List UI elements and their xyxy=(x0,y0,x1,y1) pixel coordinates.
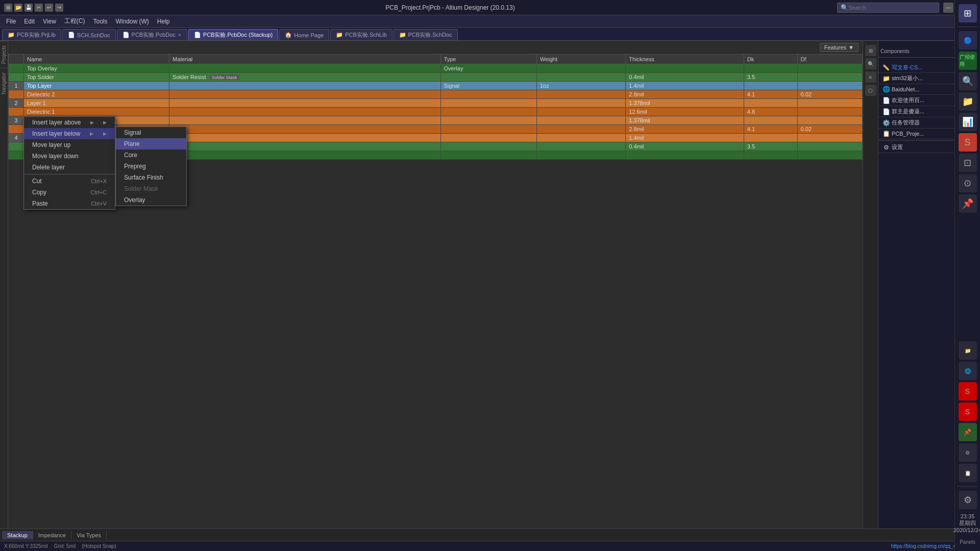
btab-via-types[interactable]: Via Types xyxy=(71,531,107,539)
tabbar: 📁 PCB实验.PrjLib 📄 SCH.SchDoc 📄 PCB实验.PcbD… xyxy=(0,28,980,41)
submenu-core[interactable]: Core xyxy=(116,149,186,161)
taskbar-via-btn[interactable]: ⊙ xyxy=(959,174,977,192)
ctx-move-up[interactable]: Move layer up xyxy=(24,139,115,151)
menu-tools[interactable]: Tools xyxy=(89,17,112,26)
settings-icon: ⚙ xyxy=(883,144,890,151)
col-weight: Weight xyxy=(537,55,626,64)
taskbar-red-btn[interactable]: S xyxy=(959,133,977,152)
minimize-button[interactable]: — xyxy=(943,3,953,13)
context-menu: Insert layer above ▶ Insert layer below … xyxy=(23,116,115,210)
rsb-components[interactable]: ⊞ xyxy=(865,45,876,56)
toolbar-icon-4[interactable]: ↩ xyxy=(45,4,53,12)
row-type xyxy=(440,73,536,82)
ctx-insert-below[interactable]: Insert layer below ▶ xyxy=(24,128,115,139)
statusbar-grid: Grid: 5mil xyxy=(54,543,76,549)
taskbar-s1[interactable]: S xyxy=(959,382,977,400)
table-row[interactable]: 2 Layer 1 1.378mil xyxy=(9,99,863,108)
row-weight xyxy=(537,73,626,82)
menubar: File Edit View 工程(C) Tools Window (W) He… xyxy=(0,15,980,28)
submenu-overlay[interactable]: Overlay xyxy=(116,194,186,206)
table-row[interactable]: 1 Top Layer Signal 1oz 1.4mil xyxy=(9,82,863,90)
upgrade-label: 广招使用 xyxy=(960,54,976,68)
table-row[interactable]: Dielectric 1 12.6mil 4.8 xyxy=(9,108,863,116)
menu-window[interactable]: Window (W) xyxy=(112,17,153,26)
taskbar-time-value: 23:35 xyxy=(953,513,980,519)
vtab-navigator[interactable]: Navigator xyxy=(0,68,8,98)
statusbar-left: X:660mil Y:3325mil Grid: 5mil (Hotspot S… xyxy=(4,543,116,549)
row-num xyxy=(9,142,24,151)
taskbar-layers-btn[interactable]: 📊 xyxy=(959,113,977,131)
taskbar-upgrade-btn[interactable]: 广招使用 xyxy=(959,52,977,70)
rsb-3d[interactable]: ⬡ xyxy=(865,85,876,96)
taskbar-start[interactable]: ⊞ xyxy=(959,4,977,22)
ctx-insert-above[interactable]: Insert layer above ▶ xyxy=(24,117,115,128)
features-button[interactable]: Features ▼ xyxy=(820,43,859,52)
tab-label-prjlib: PCB实验.PrjLib xyxy=(17,31,56,39)
row-dk xyxy=(744,99,797,108)
tab-close-pcbdoc[interactable]: ✕ xyxy=(178,33,182,38)
table-row[interactable]: 3 Layer 2 1.378mil xyxy=(9,116,863,125)
taskbar-settings[interactable]: ⚙ xyxy=(959,491,977,509)
btab-stackup[interactable]: Stackup xyxy=(2,531,33,539)
submenu-surface-finish[interactable]: Surface Finish xyxy=(116,172,186,183)
ctx-delete-label: Delete layer xyxy=(32,164,65,171)
taskbar-search-btn[interactable]: 🔍 xyxy=(959,72,977,90)
toolbar-icon-5[interactable]: ↪ xyxy=(55,4,63,12)
taskbar-baidu[interactable]: 🌐 xyxy=(959,362,977,380)
tab-schdoc[interactable]: 📄 SCH.SchDoc xyxy=(62,29,116,40)
row-num xyxy=(9,108,24,116)
submenu-solder-mask-label: Solder Mask xyxy=(124,185,158,192)
btab-impedance[interactable]: Impedance xyxy=(33,531,71,539)
taskbar-stm32[interactable]: 📁 xyxy=(959,341,977,360)
ctx-copy[interactable]: Copy Ctrl+C xyxy=(24,187,115,198)
taskbar-btn-1[interactable]: 🔵 xyxy=(959,31,977,49)
submenu-plane[interactable]: Plane xyxy=(116,138,186,149)
row-num: 3 xyxy=(9,116,24,125)
tab-homepage[interactable]: 🏠 Home Page xyxy=(279,29,329,40)
write-label: 写文章·CS... xyxy=(892,64,923,71)
btab-impedance-label: Impedance xyxy=(38,532,66,538)
taskbar-taskmanager[interactable]: ⚙ xyxy=(959,443,977,462)
tab-schdoc2[interactable]: 📁 PCB实验.SchDoc xyxy=(394,29,458,40)
submenu-signal[interactable]: Signal xyxy=(116,127,186,138)
menu-edit[interactable]: Edit xyxy=(20,17,39,26)
rsb-layers[interactable]: ≡ xyxy=(865,71,876,83)
menu-view[interactable]: View xyxy=(39,17,60,26)
toolbar-icon-2[interactable]: 💾 xyxy=(24,4,33,12)
taskbar-pin-btn[interactable]: 📌 xyxy=(959,194,977,213)
table-row[interactable]: Top Overlay Overlay xyxy=(9,64,863,73)
ctx-delete[interactable]: Delete layer xyxy=(24,162,115,173)
search-bar[interactable]: 🔍 xyxy=(837,3,939,13)
taskbar-s2[interactable]: S xyxy=(959,403,977,421)
taskbar-files-btn[interactable]: 📁 xyxy=(959,92,977,111)
row-dk xyxy=(744,134,797,142)
taskbar-day: 星期四 xyxy=(953,519,980,527)
tab-prjlib[interactable]: 📁 PCB实验.PrjLib xyxy=(2,29,61,40)
row-thickness: 1.378mil xyxy=(626,116,744,125)
toolbar-icon-3[interactable]: ✂ xyxy=(35,4,43,12)
ctx-cut[interactable]: Cut Ctrl+X xyxy=(24,176,115,187)
taskbar-components-btn[interactable]: ⊡ xyxy=(959,154,977,172)
menu-help[interactable]: Help xyxy=(153,17,174,26)
col-name: Name xyxy=(24,55,169,64)
taskbar-altium-pin[interactable]: 📌 xyxy=(959,423,977,441)
row-weight xyxy=(537,151,626,160)
rsb-search[interactable]: 🔍 xyxy=(865,58,876,69)
search-input[interactable] xyxy=(848,5,925,11)
submenu-prepreg[interactable]: Prepreg xyxy=(116,161,186,172)
taskbar-pcb-proj[interactable]: 📋 xyxy=(959,464,977,482)
tab-pcbdoc[interactable]: 📄 PCB实验.PcbDoc ✕ xyxy=(117,29,187,40)
table-row[interactable]: Top Solder Solder Resist Solder Mask 0.4… xyxy=(9,73,863,82)
menu-project[interactable]: 工程(C) xyxy=(60,16,89,27)
ctx-move-down[interactable]: Move layer down xyxy=(24,151,115,162)
vtab-projects[interactable]: Projects xyxy=(0,41,8,68)
taskbar-separator2 xyxy=(958,486,977,487)
tab-stackup[interactable]: 📄 PCB实验.PcbDoc (Stackup) xyxy=(188,29,278,40)
bookmark-label-baidu: BaiduNet... xyxy=(892,86,919,92)
menu-file[interactable]: File xyxy=(2,17,20,26)
taskbar-panels-label: Panels xyxy=(958,537,977,547)
ctx-paste[interactable]: Paste Ctrl+V xyxy=(24,198,115,209)
tab-schlib[interactable]: 📁 PCB实验.SchLib xyxy=(330,29,392,40)
table-row[interactable]: Dielectric 2 2.8mil 4.1 0.02 xyxy=(9,90,863,99)
toolbar-icon-1[interactable]: 📂 xyxy=(14,4,22,12)
